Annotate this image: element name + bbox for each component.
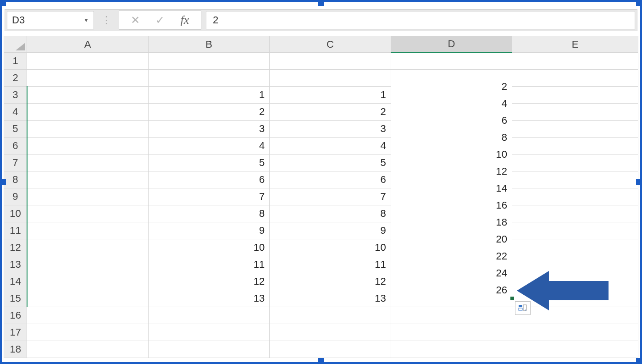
cell-a6[interactable] <box>27 138 148 154</box>
cell-c15[interactable]: 13 <box>270 290 391 307</box>
cell-e5[interactable] <box>512 121 638 138</box>
cell-c13[interactable]: 11 <box>270 256 391 273</box>
cell-a17[interactable] <box>27 324 148 341</box>
row-header-16[interactable]: 16 <box>4 307 27 324</box>
cell-a3[interactable] <box>27 87 148 104</box>
cell-e1[interactable] <box>512 53 638 70</box>
cell-a2[interactable] <box>27 70 148 87</box>
cell-b13[interactable]: 11 <box>148 256 269 273</box>
cell-a11[interactable] <box>27 222 148 239</box>
cell-d11[interactable]: 18 <box>391 214 512 231</box>
cell-b11[interactable]: 9 <box>148 222 269 239</box>
cell-c4[interactable]: 2 <box>270 104 391 121</box>
cell-c16[interactable] <box>270 307 391 324</box>
row-header-7[interactable]: 7 <box>4 154 27 171</box>
cell-a5[interactable] <box>27 121 148 138</box>
cell-e4[interactable] <box>512 104 638 121</box>
cell-a12[interactable] <box>27 239 148 256</box>
cell-c8[interactable]: 6 <box>270 171 391 188</box>
cell-d18[interactable] <box>391 341 512 358</box>
cancel-button[interactable]: ✕ <box>123 12 148 28</box>
cell-d7[interactable]: 10 <box>391 146 512 163</box>
row-header-13[interactable]: 13 <box>4 256 27 273</box>
cell-e13[interactable] <box>512 256 638 273</box>
cell-b18[interactable] <box>148 341 269 358</box>
cell-a18[interactable] <box>27 341 148 358</box>
cell-c1[interactable] <box>270 53 391 70</box>
cell-b1[interactable] <box>148 53 269 70</box>
row-header-11[interactable]: 11 <box>4 222 27 239</box>
cell-a4[interactable] <box>27 104 148 121</box>
cell-e7[interactable] <box>512 154 638 171</box>
row-header-9[interactable]: 9 <box>4 188 27 205</box>
row-header-5[interactable]: 5 <box>4 121 27 138</box>
column-header-a[interactable]: A <box>27 36 148 53</box>
cell-a14[interactable] <box>27 273 148 290</box>
cell-e10[interactable] <box>512 205 638 222</box>
name-box[interactable]: D3 ▼ <box>7 11 94 29</box>
cell-c11[interactable]: 9 <box>270 222 391 239</box>
cell-d10[interactable]: 16 <box>391 197 512 214</box>
column-header-c[interactable]: C <box>270 36 391 53</box>
cell-d17[interactable] <box>391 324 512 341</box>
cell-c14[interactable]: 12 <box>270 273 391 290</box>
cell-b12[interactable]: 10 <box>148 239 269 256</box>
cell-a9[interactable] <box>27 188 148 205</box>
select-all-corner[interactable] <box>4 36 27 53</box>
column-header-b[interactable]: B <box>148 36 269 53</box>
cell-e3[interactable] <box>512 87 638 104</box>
row-header-4[interactable]: 4 <box>4 104 27 121</box>
cell-d14[interactable]: 24 <box>391 265 512 281</box>
cell-b8[interactable]: 6 <box>148 171 269 188</box>
row-header-3[interactable]: 3 <box>4 87 27 104</box>
cell-d5[interactable]: 6 <box>391 112 512 129</box>
cell-e6[interactable] <box>512 138 638 154</box>
cell-c12[interactable]: 10 <box>270 239 391 256</box>
row-header-15[interactable]: 15 <box>4 290 27 307</box>
cell-a7[interactable] <box>27 154 148 171</box>
cell-a16[interactable] <box>27 307 148 324</box>
cell-b10[interactable]: 8 <box>148 205 269 222</box>
cell-d4[interactable]: 4 <box>391 95 512 112</box>
cell-b16[interactable] <box>148 307 269 324</box>
resize-handle-top[interactable] <box>318 0 324 6</box>
cell-e2[interactable] <box>512 70 638 87</box>
cell-a15[interactable] <box>27 290 148 307</box>
chevron-down-icon[interactable]: ▼ <box>83 17 89 23</box>
cell-e9[interactable] <box>512 188 638 205</box>
cell-a8[interactable] <box>27 171 148 188</box>
cell-b2[interactable] <box>148 70 269 87</box>
cell-b4[interactable]: 2 <box>148 104 269 121</box>
cell-c5[interactable]: 3 <box>270 121 391 138</box>
cell-d16[interactable] <box>391 307 512 324</box>
cell-d8[interactable]: 12 <box>391 163 512 180</box>
cell-c18[interactable] <box>270 341 391 358</box>
resize-handle-top-right[interactable] <box>636 0 642 6</box>
cell-c3[interactable]: 1 <box>270 87 391 104</box>
cell-b14[interactable]: 12 <box>148 273 269 290</box>
row-header-10[interactable]: 10 <box>4 205 27 222</box>
cell-d9[interactable]: 14 <box>391 180 512 197</box>
cell-d13[interactable]: 22 <box>391 248 512 265</box>
cell-c2[interactable] <box>270 70 391 87</box>
cell-b9[interactable]: 7 <box>148 188 269 205</box>
cell-a1[interactable] <box>27 53 148 70</box>
cell-d3[interactable]: 2 <box>391 78 512 95</box>
row-header-17[interactable]: 17 <box>4 324 27 341</box>
accept-button[interactable]: ✓ <box>148 12 172 28</box>
cell-d6[interactable]: 8 <box>391 129 512 146</box>
column-header-e[interactable]: E <box>512 36 638 53</box>
row-header-14[interactable]: 14 <box>4 273 27 290</box>
cell-a10[interactable] <box>27 205 148 222</box>
cell-c9[interactable]: 7 <box>270 188 391 205</box>
cell-b7[interactable]: 5 <box>148 154 269 171</box>
cell-b3[interactable]: 1 <box>148 87 269 104</box>
cell-a13[interactable] <box>27 256 148 273</box>
cell-c7[interactable]: 5 <box>270 154 391 171</box>
cell-d15[interactable]: 26 <box>391 281 512 298</box>
cell-c10[interactable]: 8 <box>270 205 391 222</box>
cell-e11[interactable] <box>512 222 638 239</box>
column-header-d[interactable]: D <box>391 36 512 53</box>
cell-e12[interactable] <box>512 239 638 256</box>
cell-b5[interactable]: 3 <box>148 121 269 138</box>
